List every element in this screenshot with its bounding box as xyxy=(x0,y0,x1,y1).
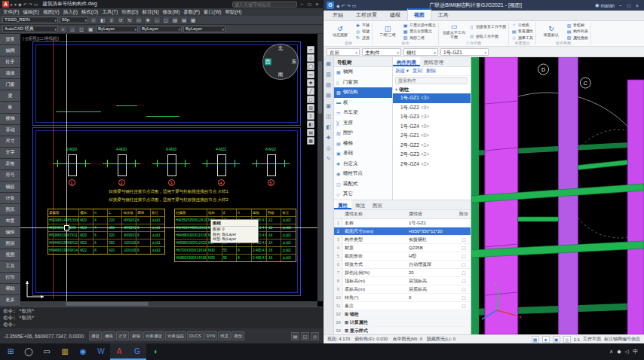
layer-tool-icon[interactable]: ◻ xyxy=(78,26,85,33)
toolbar-icon[interactable]: ↻ xyxy=(126,17,133,24)
property-value[interactable]: 20 xyxy=(409,270,457,275)
linetype-combo[interactable]: ByLayer xyxy=(140,26,182,32)
nav-item[interactable]: ▥围护 xyxy=(334,128,392,139)
taskbar-glodon-bim-icon[interactable]: G xyxy=(128,343,146,360)
ribbon-button[interactable]: ↺动态观察 xyxy=(327,22,353,41)
menu-item[interactable]: 视图(V) xyxy=(43,9,60,16)
menu-item[interactable]: 格式(O) xyxy=(81,9,98,16)
toolbar-icon[interactable]: ▨ xyxy=(171,17,179,24)
palette-item[interactable]: 图库 xyxy=(0,204,20,215)
palette-item[interactable]: 尺寸 xyxy=(0,136,20,148)
status-icon[interactable]: ▤ xyxy=(291,332,299,340)
quick-access-icon[interactable]: ↷ xyxy=(29,2,32,7)
menu-item[interactable]: 标注(N) xyxy=(143,9,159,16)
canvas-toolbar-icon[interactable]: ◻ xyxy=(307,96,314,103)
canvas-toolbar-icon[interactable]: ╱ xyxy=(307,87,314,95)
property-attach-checkbox[interactable]: ☐ xyxy=(457,279,471,284)
ribbon-button[interactable]: ↻还原 xyxy=(355,35,370,41)
taskbar-search-icon[interactable]: ◯ xyxy=(20,343,38,360)
workspace-combo[interactable]: AutoCAD 经典 xyxy=(2,26,58,32)
ribbon-tab[interactable]: 工具 xyxy=(432,10,455,20)
properties-tab[interactable]: 图层 xyxy=(369,200,386,209)
status-toggle[interactable]: 极轴 xyxy=(130,331,143,340)
scrollbar-thumb[interactable] xyxy=(66,302,149,306)
menu-item[interactable]: 插入(I) xyxy=(63,9,78,16)
module-icon[interactable]: ▤ xyxy=(324,91,333,99)
palette-item[interactable]: 设置 xyxy=(0,34,20,45)
status-toggle-icon[interactable]: ◈ xyxy=(542,336,550,343)
component-group[interactable]: ▾钢柱 xyxy=(393,85,471,93)
property-row[interactable]: 4材质Q235B☐ xyxy=(334,244,471,252)
ribbon-button[interactable]: ▦显示全部图元 xyxy=(403,28,436,34)
window-control-icon[interactable]: □ xyxy=(625,3,633,8)
property-row[interactable]: 6焊接方式自动埋弧焊☐ xyxy=(334,261,471,269)
nav-item[interactable]: ▭吊车梁 xyxy=(334,108,392,118)
status-toggle[interactable]: 栅格 xyxy=(103,331,115,340)
palette-item[interactable]: 图层 xyxy=(0,238,20,249)
tray-volume-icon[interactable]: ◁ xyxy=(625,349,629,355)
nav-item[interactable]: ╳支撑 xyxy=(334,118,392,129)
ribbon-tab[interactable]: 视图 xyxy=(407,8,431,20)
ribbon-button[interactable]: ◎缩放 xyxy=(355,28,370,34)
module-icon[interactable]: ▥ xyxy=(324,70,333,78)
component-search-input[interactable] xyxy=(395,77,468,84)
palette-item[interactable]: 符号 xyxy=(0,170,20,182)
context-combo[interactable]: 主构件 xyxy=(362,48,401,56)
component-tab[interactable]: 构件列表 xyxy=(393,57,420,66)
status-toggle[interactable]: DUCS xyxy=(187,331,204,340)
ribbon-button[interactable]: ▧局部三维 xyxy=(403,35,436,41)
list-item[interactable]: 1号-GZ3<3> xyxy=(393,112,471,122)
menu-item[interactable]: 窗口(W) xyxy=(204,9,221,16)
property-attach-checkbox[interactable]: ☐ xyxy=(457,270,471,276)
canvas-toolbar-icon[interactable]: ▨ xyxy=(307,104,314,111)
status-toggle[interactable]: 对象追踪 xyxy=(165,331,186,340)
ribbon-button[interactable]: ◎拾取工作平面 xyxy=(469,33,506,39)
window-control-icon[interactable]: × xyxy=(633,3,641,8)
toolbar-icon[interactable]: ◧ xyxy=(99,17,106,24)
ribbon-button[interactable]: ▤查看属性 xyxy=(511,28,533,34)
menu-item[interactable]: 编辑(E) xyxy=(23,9,39,16)
menu-item[interactable]: 修改(M) xyxy=(163,9,180,16)
toolbar-icon[interactable]: ◻ xyxy=(162,17,170,24)
property-row[interactable]: 1名称1号-GZ1 xyxy=(334,219,471,227)
bim-logo-icon[interactable]: G xyxy=(327,2,334,9)
menu-item[interactable]: 参数(P) xyxy=(183,9,200,16)
module-icon[interactable]: ◫ xyxy=(324,112,333,121)
nav-item[interactable]: ◇其它 xyxy=(334,189,392,200)
layer-tool-icon[interactable]: ◐ xyxy=(60,26,67,33)
component-action-button[interactable]: 删除 xyxy=(426,68,436,75)
palette-item[interactable]: 柱子 xyxy=(0,56,20,68)
palette-item[interactable]: 编辑 xyxy=(0,227,20,238)
toolbar-icon[interactable]: ▱ xyxy=(90,17,97,24)
component-action-button[interactable]: 新建 ▾ xyxy=(395,68,409,75)
status-toggle-icon[interactable]: ▣ xyxy=(553,336,560,343)
context-combo[interactable]: 1号-GZ1 xyxy=(440,48,489,56)
palette-item[interactable]: 梁 xyxy=(0,90,20,102)
canvas-toolbar-icon[interactable]: ◯ xyxy=(307,63,314,70)
property-value[interactable]: 0 xyxy=(409,295,457,300)
palette-item[interactable]: 表格 xyxy=(0,159,20,170)
layer-tool-icon[interactable]: △ xyxy=(69,26,76,33)
ribbon-button[interactable]: ◇测量工具 xyxy=(511,35,533,41)
list-item[interactable]: 2号-GZ1<0> xyxy=(393,131,471,141)
list-item[interactable]: 1号-GZ2<9> xyxy=(393,103,471,113)
toolbar-icon[interactable]: ◇ xyxy=(153,17,161,24)
compass-east-label[interactable]: 东 xyxy=(292,59,297,66)
property-value[interactable]: H350*350*12*20 xyxy=(409,229,457,233)
window-control-icon[interactable]: × xyxy=(314,2,320,7)
canvas-toolbar-icon[interactable]: ◧ xyxy=(307,121,314,128)
menu-item[interactable]: 文件(F) xyxy=(3,9,19,16)
ribbon-button[interactable]: ▧属性面板 xyxy=(566,35,588,41)
toolbar-icon[interactable]: ✚ xyxy=(144,17,152,24)
property-row[interactable]: 5截面形状H型☐ xyxy=(334,252,471,261)
canvas-hscrollbar[interactable] xyxy=(20,301,317,307)
nav-item[interactable]: ◫装配式 xyxy=(334,179,392,190)
menu-item[interactable]: 绘图(D) xyxy=(122,9,139,16)
property-value[interactable]: H型 xyxy=(409,253,457,260)
quick-access-icon[interactable]: ↷ xyxy=(347,3,351,8)
ribbon-button[interactable]: ✚平移 xyxy=(355,22,370,28)
window-control-icon[interactable]: − xyxy=(299,2,305,7)
quick-access-icon[interactable]: ↶ xyxy=(23,2,27,7)
module-icon[interactable]: ▨ xyxy=(324,81,333,89)
quick-access-icon[interactable]: ▭ xyxy=(34,2,38,7)
